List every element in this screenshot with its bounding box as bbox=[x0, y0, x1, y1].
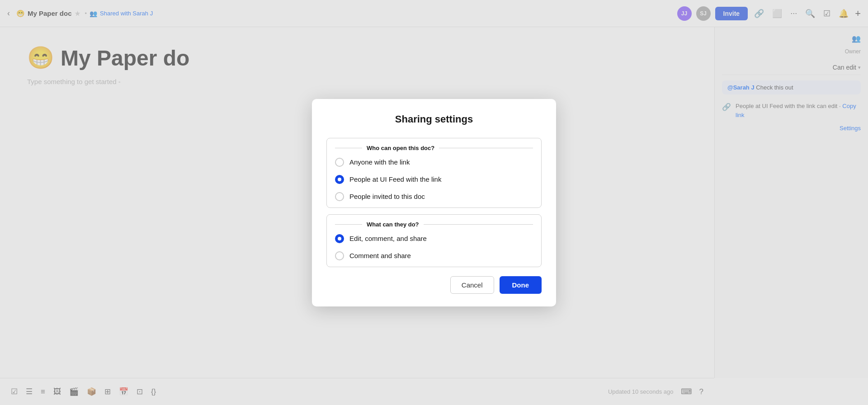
section1-label: Who can open this doc? bbox=[335, 145, 533, 151]
radio-circle-5 bbox=[335, 251, 344, 260]
modal-section-permissions: What can they do? Edit, comment, and sha… bbox=[326, 214, 542, 267]
modal-overlay: Sharing settings Who can open this doc? … bbox=[0, 0, 868, 405]
radio-circle-2 bbox=[335, 175, 344, 184]
radio-comment-share[interactable]: Comment and share bbox=[335, 251, 533, 260]
cancel-button[interactable]: Cancel bbox=[450, 276, 494, 294]
radio-circle-1 bbox=[335, 158, 344, 167]
done-button[interactable]: Done bbox=[500, 276, 542, 294]
sharing-settings-modal: Sharing settings Who can open this doc? … bbox=[312, 99, 556, 306]
radio-circle-4 bbox=[335, 234, 344, 243]
radio-label-1: Anyone with the link bbox=[349, 158, 410, 166]
radio-anyone-with-link[interactable]: Anyone with the link bbox=[335, 158, 533, 167]
modal-actions: Cancel Done bbox=[326, 276, 542, 294]
radio-edit-comment-share[interactable]: Edit, comment, and share bbox=[335, 234, 533, 243]
radio-label-2: People at UI Feed with the link bbox=[349, 175, 441, 183]
radio-people-invited[interactable]: People invited to this doc bbox=[335, 192, 533, 201]
radio-circle-3 bbox=[335, 192, 344, 201]
radio-label-4: Edit, comment, and share bbox=[349, 235, 427, 242]
section2-label: What can they do? bbox=[335, 221, 533, 228]
radio-label-3: People invited to this doc bbox=[349, 193, 425, 200]
radio-label-5: Comment and share bbox=[349, 252, 411, 259]
modal-title: Sharing settings bbox=[326, 113, 542, 125]
modal-section-open: Who can open this doc? Anyone with the l… bbox=[326, 138, 542, 208]
radio-people-at-ui-feed[interactable]: People at UI Feed with the link bbox=[335, 175, 533, 184]
